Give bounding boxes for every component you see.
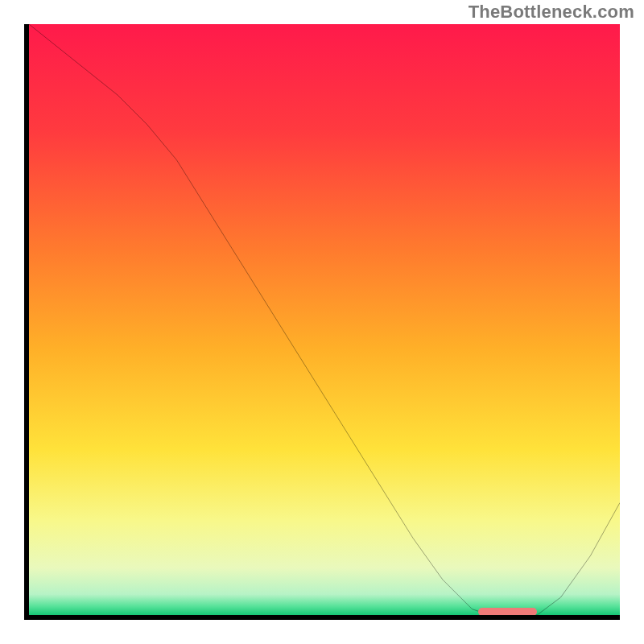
- curve-path: [29, 24, 620, 615]
- bottleneck-chart: TheBottleneck.com: [0, 0, 644, 644]
- bottleneck-curve: [29, 24, 620, 615]
- watermark-text: TheBottleneck.com: [469, 2, 634, 23]
- optimal-range-marker: [478, 608, 537, 615]
- plot-area: [29, 24, 620, 615]
